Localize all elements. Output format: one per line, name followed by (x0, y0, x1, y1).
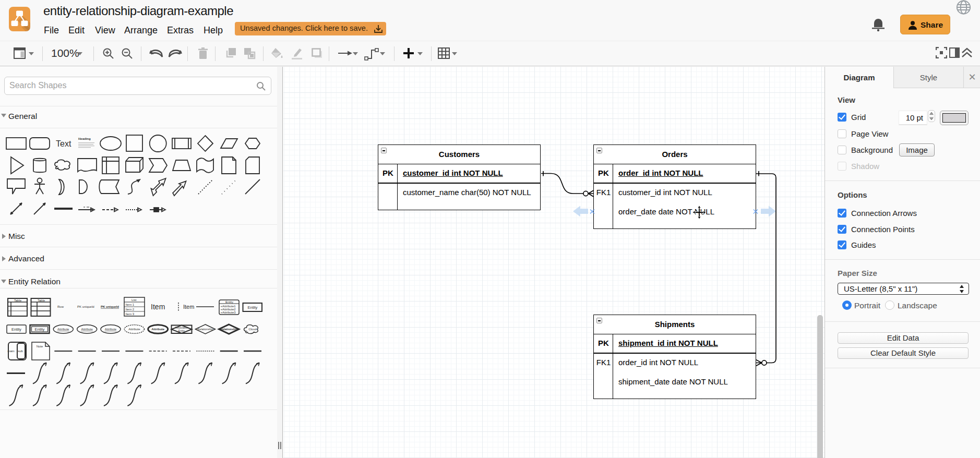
svg-text:Entity: Entity (248, 305, 258, 310)
svg-text:PK uniqueId: PK uniqueId (77, 305, 94, 308)
svg-text:Item 3: Item 3 (126, 312, 135, 316)
svg-text:Entity: Entity (11, 327, 21, 332)
svg-text:Attribute: Attribute (128, 328, 140, 331)
svg-text:List: List (132, 298, 137, 302)
svg-text:Entity: Entity (35, 327, 45, 332)
svg-text:Item: Item (183, 304, 194, 310)
svg-text:Cloud: Cloud (248, 328, 257, 331)
svg-text:Attribute: Attribute (105, 328, 117, 331)
svg-text:Text: Text (56, 139, 71, 148)
svg-text:Relationship: Relationship (197, 328, 213, 331)
svg-text:Heading: Heading (78, 137, 91, 140)
svg-text:Relationship: Relationship (220, 328, 238, 331)
svg-text:Attribute: Attribute (81, 328, 93, 331)
svg-text:Entity: Entity (178, 329, 185, 332)
svg-text:+Attribute3: +Attribute3 (221, 311, 236, 314)
svg-text:Item: Item (151, 303, 165, 311)
svg-text:main: main (7, 349, 14, 353)
svg-text:sub: sub (18, 349, 23, 353)
svg-text:Note: Note (37, 345, 43, 348)
svg-text:Entity: Entity (225, 300, 233, 304)
svg-text:PK uniqueId: PK uniqueId (101, 305, 119, 308)
svg-text:Table: Table (14, 299, 22, 302)
svg-text:Item 2: Item 2 (126, 308, 135, 311)
svg-text:Table: Table (38, 299, 45, 302)
svg-text:Attribute: Attribute (57, 328, 69, 331)
svg-text:Item 1: Item 1 (126, 303, 135, 306)
svg-text:Row: Row (57, 305, 64, 308)
svg-text:Attribute: Attribute (151, 328, 165, 331)
